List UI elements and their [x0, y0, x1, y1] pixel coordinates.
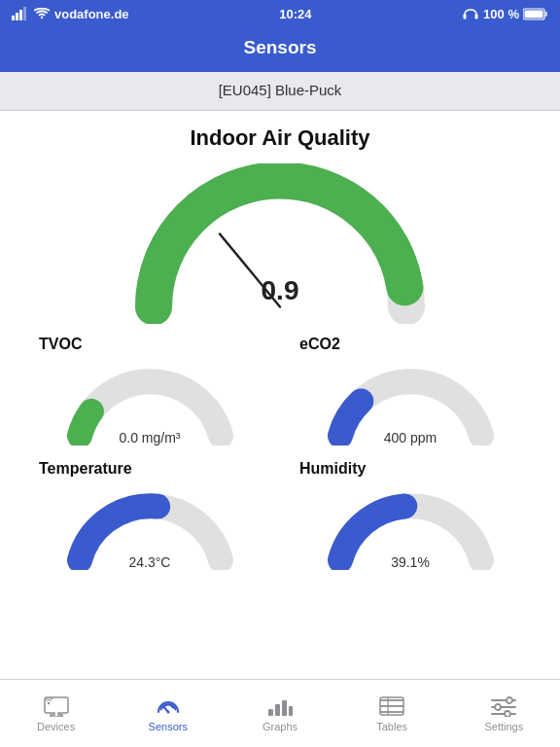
tab-graphs[interactable]: Graphs	[224, 694, 335, 732]
svg-rect-13	[268, 709, 273, 716]
breadcrumb[interactable]: [EU045] Blue-Puck	[0, 72, 560, 111]
svg-point-27	[505, 711, 510, 717]
humidity-label: Humidity	[280, 460, 366, 478]
devices-icon	[43, 694, 70, 718]
tvoc-gauge: 0.0 mg/m³	[62, 358, 237, 450]
tables-icon	[378, 694, 405, 718]
temperature-value: 24.3°C	[129, 554, 171, 570]
main-content: Indoor Air Quality 0.9 TVOC 0.0 mg/m³	[0, 111, 560, 679]
tvoc-cell: TVOC 0.0 mg/m³	[19, 336, 280, 450]
eco2-value: 400 ppm	[384, 430, 437, 445]
nav-bar: Sensors	[0, 27, 560, 72]
battery-icon	[523, 8, 548, 20]
graphs-icon	[266, 694, 294, 718]
svg-rect-7	[544, 12, 547, 17]
humidity-gauge: 39.1%	[323, 482, 498, 575]
svg-rect-1	[16, 13, 18, 20]
temperature-gauge: 24.3°C	[62, 482, 237, 575]
gauges-grid: TVOC 0.0 mg/m³ eCO2 400 ppm Temp	[19, 336, 541, 575]
svg-rect-15	[282, 700, 287, 716]
tab-tables[interactable]: Tables	[336, 694, 448, 732]
main-gauge-value: 0.9	[262, 275, 299, 306]
svg-rect-14	[275, 704, 280, 716]
svg-rect-0	[12, 16, 15, 20]
humidity-value: 39.1%	[391, 554, 430, 570]
tab-sensors[interactable]: Sensors	[112, 694, 224, 732]
sensors-icon	[155, 694, 182, 718]
signal-icon	[12, 7, 29, 20]
eco2-label: eCO2	[280, 336, 340, 353]
tab-devices-label: Devices	[37, 721, 75, 732]
tab-settings[interactable]: Settings	[448, 694, 560, 732]
tvoc-value: 0.0 mg/m³	[119, 430, 180, 445]
svg-rect-8	[524, 10, 542, 18]
svg-point-12	[166, 711, 169, 714]
status-right: 100 %	[462, 7, 548, 21]
wifi-icon	[34, 8, 50, 19]
status-bar: vodafone.de 10:24 100 %	[0, 0, 560, 27]
svg-point-23	[507, 697, 512, 703]
status-time: 10:24	[279, 7, 311, 21]
section-title: Indoor Air Quality	[19, 125, 541, 151]
eco2-cell: eCO2 400 ppm	[280, 336, 541, 450]
svg-rect-4	[464, 15, 467, 19]
temperature-label: Temperature	[19, 460, 132, 478]
tab-tables-label: Tables	[376, 721, 407, 732]
tvoc-label: TVOC	[19, 336, 82, 353]
temperature-cell: Temperature 24.3°C	[19, 460, 280, 575]
status-carrier: vodafone.de	[12, 7, 129, 21]
tab-bar: Devices Sensors Graphs	[0, 679, 560, 747]
main-gauge-container: 0.9	[19, 160, 541, 326]
svg-rect-3	[23, 7, 26, 20]
svg-point-25	[495, 704, 501, 710]
svg-rect-5	[475, 15, 478, 19]
tab-devices[interactable]: Devices	[0, 694, 112, 732]
eco2-gauge: 400 ppm	[323, 358, 498, 450]
headphones-icon	[462, 7, 479, 20]
battery-label: 100 %	[483, 7, 519, 21]
settings-icon	[490, 694, 517, 718]
tab-settings-label: Settings	[484, 721, 523, 732]
humidity-cell: Humidity 39.1%	[280, 460, 541, 575]
svg-rect-2	[19, 10, 22, 20]
svg-point-10	[47, 702, 49, 704]
tab-graphs-label: Graphs	[262, 721, 298, 732]
svg-rect-16	[289, 706, 293, 716]
nav-title: Sensors	[244, 37, 317, 57]
tab-sensors-label: Sensors	[149, 721, 188, 732]
carrier-label: vodafone.de	[54, 7, 129, 21]
